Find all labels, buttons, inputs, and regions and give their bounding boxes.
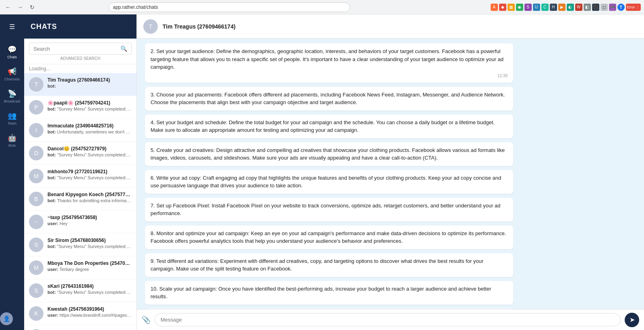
error-badge: Error ⋮	[626, 4, 641, 11]
app-container: ☰ 💬 Chats 📢 Channels 📡 Broadcast 👥 Team …	[0, 14, 644, 330]
nav-item-broadcast[interactable]: 📡 Broadcast	[0, 86, 24, 107]
chat-name-2: 🌸paapii🌸 (254759704241)	[47, 100, 132, 106]
chat-preview-7: user: Hey	[47, 221, 132, 226]
browser-bar: ← → ↻ app.rather.chat/chats A ◆ ▦ ◉ S U …	[0, 0, 644, 14]
ext-icon-1: A	[491, 4, 498, 11]
chat-preview-5: bot: "Survey Menu" Surveys completed: 3 …	[47, 175, 132, 180]
message-9: 10. Scale your ad campaign: Once you hav…	[145, 281, 513, 305]
search-box: 🔍	[29, 43, 132, 55]
chat-info-9: Mboya The Don Properties (254706990442) …	[47, 260, 132, 272]
message-input[interactable]	[155, 313, 621, 326]
chat-item-6[interactable]: B Benard Kipyegon Koech (254757724984) b…	[24, 188, 136, 211]
ext-icon-2: ◆	[499, 4, 506, 11]
chat-name-11: Kwestah (254756391964)	[47, 306, 132, 312]
chat-preview-11: user: https://www.brandinfl.com/#/pages/…	[47, 313, 132, 318]
forward-button[interactable]: →	[15, 2, 25, 12]
advanced-search-link[interactable]: ADVANCED SEARCH	[29, 55, 132, 61]
ext-icon-15: 🎮	[609, 4, 616, 11]
chat-avatar-5: M	[29, 169, 43, 183]
preview-prefix-1: bot:	[47, 84, 56, 88]
nav-item-chats[interactable]: 💬 Chats	[0, 42, 24, 62]
ext-icon-5: S	[524, 4, 532, 11]
chat-item-11[interactable]: K Kwestah (254756391964) user: https://w…	[24, 302, 136, 325]
left-nav: ☰ 💬 Chats 📢 Channels 📡 Broadcast 👥 Team …	[0, 14, 24, 330]
chat-list: T Tim Treagus (27609466174) bot: P 🌸paap…	[24, 73, 136, 330]
chat-info-4: Dancol😊 (254752727979) bot: "Survey Menu…	[47, 146, 132, 157]
chat-preview-1: bot:	[47, 84, 132, 88]
chat-info-6: Benard Kipyegon Koech (254757724984) bot…	[47, 192, 132, 203]
url-text: app.rather.chat/chats	[113, 4, 158, 10]
chat-item-1[interactable]: T Tim Treagus (27609466174) bot:	[24, 73, 136, 96]
nav-item-bots[interactable]: 🤖 Bots	[0, 130, 24, 151]
attach-button[interactable]: 📎	[142, 316, 151, 324]
message-1: 2. Set your target audience: Define the …	[145, 43, 513, 83]
chat-preview-4: bot: "Survey Menu" Surveys completed: 2 …	[47, 152, 132, 157]
chat-preview-10: bot: "Survey Menu" Surveys completed: 1 …	[47, 290, 132, 295]
chat-avatar-10: S	[29, 283, 43, 298]
chat-info-7: ~taxp (254795473658) user: Hey	[47, 215, 132, 226]
chat-name-4: Dancol😊 (254752727979)	[47, 146, 132, 152]
chat-item-7[interactable]: ~ ~taxp (254795473658) user: Hey	[24, 211, 136, 234]
ext-icon-3: ▦	[508, 4, 515, 11]
chat-info-2: 🌸paapii🌸 (254759704241) bot: "Survey Men…	[47, 100, 132, 111]
chat-header-name: Tim Treagus (27609466174)	[163, 23, 235, 30]
chat-info-3: Immaculate (2349044825716) bot: Unfortun…	[47, 123, 132, 134]
chat-messages: 2. Set your target audience: Define the …	[137, 39, 644, 309]
chat-avatar-9: M	[29, 260, 43, 275]
chat-item-12[interactable]: S Sli (27735472010) bot: "Main Menu" Ple…	[24, 325, 136, 330]
message-7: 8. Monitor and optimize your ad campaign…	[145, 225, 513, 249]
address-bar: app.rather.chat/chats	[109, 2, 350, 12]
chats-icon: 💬	[8, 45, 17, 54]
chat-item-4[interactable]: D Dancol😊 (254752727979) bot: "Survey Me…	[24, 142, 136, 165]
nav-item-team[interactable]: 👥 Team	[0, 108, 24, 129]
chat-avatar-1: T	[29, 77, 43, 92]
message-text-5: 6. Write your ad copy: Craft engaging ad…	[151, 175, 501, 189]
broadcast-icon: 📡	[8, 89, 17, 98]
hamburger-icon[interactable]: ☰	[9, 23, 15, 31]
message-6: 7. Set up Facebook Pixel: Install Facebo…	[145, 198, 513, 221]
browser-toolbar: A ◆ ▦ ◉ S U C H ▶ ◐ W ◧ ⬛ ◻ 🎮 T Error ⋮	[491, 4, 641, 11]
chat-preview-3: bot: Unfortunately, sometimes we don't h…	[47, 129, 132, 134]
chat-item-10[interactable]: S sKari (27643161984) bot: "Survey Menu"…	[24, 279, 136, 302]
chat-name-10: sKari (27643161984)	[47, 283, 132, 289]
chat-preview-2: bot: "Survey Menu" Surveys completed: 5 …	[47, 107, 132, 111]
ext-icon-14: ◻	[601, 4, 608, 11]
channels-icon: 📢	[8, 67, 17, 76]
ext-icon-9: ▶	[558, 4, 566, 11]
chat-info-5: mkhonto79 (27720119621) bot: "Survey Men…	[47, 169, 132, 180]
loading-indicator: Loading...	[24, 64, 136, 73]
nav-item-channels[interactable]: 📢 Channels	[0, 64, 24, 84]
chat-header: T Tim Treagus (27609466174)	[137, 14, 644, 39]
team-icon: 👥	[8, 111, 17, 120]
user-avatar[interactable]: 👤	[0, 312, 13, 325]
back-button[interactable]: ←	[3, 2, 13, 12]
chat-item-2[interactable]: P 🌸paapii🌸 (254759704241) bot: "Survey M…	[24, 96, 136, 119]
chat-item-8[interactable]: S Sir Sirom (254768030656) bot: "Survey …	[24, 234, 136, 256]
ext-icon-7: C	[541, 4, 549, 11]
sidebar-column: CHATS 🔍 ADVANCED SEARCH Loading... T Tim…	[24, 14, 137, 330]
sidebar-header: CHATS	[24, 14, 136, 39]
profile-icon[interactable]: T	[617, 4, 625, 11]
chat-item-5[interactable]: M mkhonto79 (27720119621) bot: "Survey M…	[24, 165, 136, 188]
message-time-1: 12:38	[151, 73, 508, 79]
chat-avatar-2: P	[29, 100, 43, 115]
chat-header-avatar: T	[143, 19, 158, 34]
search-input[interactable]	[33, 46, 117, 52]
message-5: 6. Write your ad copy: Craft engaging ad…	[145, 170, 513, 194]
refresh-button[interactable]: ↻	[27, 2, 37, 12]
chat-preview-9: user: Tertiary degree	[47, 267, 132, 272]
chat-info-8: Sir Sirom (254768030656) bot: "Survey Me…	[47, 238, 132, 249]
chat-preview-8: bot: "Survey Menu" Surveys completed: 2 …	[47, 244, 132, 249]
chat-avatar-3: I	[29, 123, 43, 137]
chat-avatar-6: B	[29, 192, 43, 206]
chat-main: T Tim Treagus (27609466174) 2. Set your …	[137, 14, 644, 330]
send-button[interactable]: ➤	[625, 313, 639, 327]
chat-avatar-8: S	[29, 238, 43, 252]
chat-item-3[interactable]: I Immaculate (2349044825716) bot: Unfort…	[24, 119, 136, 142]
chat-name-3: Immaculate (2349044825716)	[47, 123, 132, 129]
chat-item-9[interactable]: M Mboya The Don Properties (254706990442…	[24, 256, 136, 279]
message-text-8: 9. Test different ad variations: Experim…	[151, 258, 483, 272]
app-header: ☰	[0, 14, 24, 39]
chat-info-10: sKari (27643161984) bot: "Survey Menu" S…	[47, 283, 132, 295]
app-title: CHATS	[31, 23, 57, 31]
